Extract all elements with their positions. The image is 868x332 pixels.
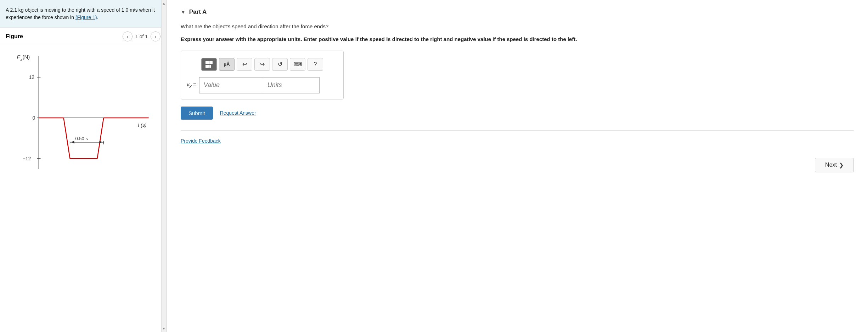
keyboard-button[interactable]: ⌨ [290, 58, 305, 71]
scroll-down-arrow[interactable]: ▼ [162, 327, 166, 331]
svg-text:t (s): t (s) [138, 122, 147, 128]
help-button[interactable]: ? [308, 58, 323, 71]
prev-figure-button[interactable]: ‹ [123, 32, 133, 41]
question-text: What are the object's speed and directio… [181, 23, 854, 31]
left-panel-scrollbar[interactable]: ▲ ▼ [161, 0, 166, 332]
scroll-up-arrow[interactable]: ▲ [162, 1, 166, 5]
svg-rect-26 [209, 65, 211, 68]
next-button[interactable]: Next ❯ [815, 158, 854, 172]
action-row: Submit Request Answer [181, 107, 854, 120]
figure-header: Figure ‹ 1 of 1 › [0, 28, 166, 45]
next-figure-button[interactable]: › [151, 32, 160, 41]
part-title: Part A [189, 8, 207, 16]
units-input[interactable] [263, 77, 320, 93]
undo-icon: ↩ [242, 61, 247, 68]
svg-rect-23 [205, 61, 209, 64]
vx-label: vx = [187, 81, 196, 89]
svg-line-13 [64, 118, 70, 159]
problem-statement: A 2.1 kg object is moving to the right w… [0, 0, 166, 28]
provide-feedback-link[interactable]: Provide Feedback [181, 138, 221, 144]
submit-button[interactable]: Submit [181, 107, 213, 120]
section-divider [181, 130, 854, 131]
answer-box: μÅ ↩ ↪ ↺ ⌨ ? vx = [181, 51, 344, 99]
svg-text:12: 12 [29, 74, 35, 80]
svg-marker-20 [72, 141, 74, 144]
next-chevron-icon: ❯ [839, 162, 844, 168]
left-panel: A 2.1 kg object is moving to the right w… [0, 0, 167, 332]
figure-page-info: 1 of 1 [135, 34, 148, 39]
value-input[interactable] [199, 77, 263, 93]
figure-title: Figure [6, 33, 23, 40]
svg-text:0.50 s: 0.50 s [75, 136, 88, 141]
request-answer-button[interactable]: Request Answer [220, 110, 256, 116]
svg-text:F: F [17, 54, 21, 60]
next-label: Next [825, 162, 837, 168]
matrix-button[interactable] [201, 58, 217, 71]
next-btn-container: Next ❯ [181, 158, 854, 172]
answer-toolbar: μÅ ↩ ↪ ↺ ⌨ ? [187, 57, 338, 72]
input-row: vx = [187, 77, 338, 93]
instruction-text: Express your answer with the appropriate… [181, 35, 854, 44]
undo-button[interactable]: ↩ [237, 58, 252, 71]
part-collapse-arrow[interactable]: ▼ [181, 9, 186, 15]
keyboard-icon: ⌨ [294, 61, 302, 68]
help-icon: ? [314, 61, 317, 68]
redo-icon: ↪ [260, 61, 265, 68]
mu-label: μÅ [224, 62, 230, 67]
redo-button[interactable]: ↪ [254, 58, 270, 71]
refresh-icon: ↺ [278, 61, 282, 68]
graph-area: F x (N) 12 0 −12 t (s) [0, 45, 166, 332]
mu-button[interactable]: μÅ [219, 58, 235, 71]
svg-line-15 [97, 118, 104, 159]
right-panel: ▼ Part A What are the object's speed and… [167, 0, 868, 332]
svg-text:−12: −12 [23, 156, 31, 161]
svg-text:(N): (N) [23, 54, 30, 60]
svg-text:0: 0 [33, 115, 35, 121]
part-header: ▼ Part A [181, 8, 854, 16]
figure-link[interactable]: (Figure 1) [75, 15, 97, 20]
svg-rect-25 [205, 65, 209, 68]
figure-nav: ‹ 1 of 1 › [123, 32, 160, 41]
svg-text:x: x [20, 58, 23, 62]
force-graph: F x (N) 12 0 −12 t (s) [7, 49, 163, 183]
svg-marker-21 [100, 141, 102, 144]
svg-rect-24 [209, 61, 213, 64]
refresh-button[interactable]: ↺ [272, 58, 288, 71]
